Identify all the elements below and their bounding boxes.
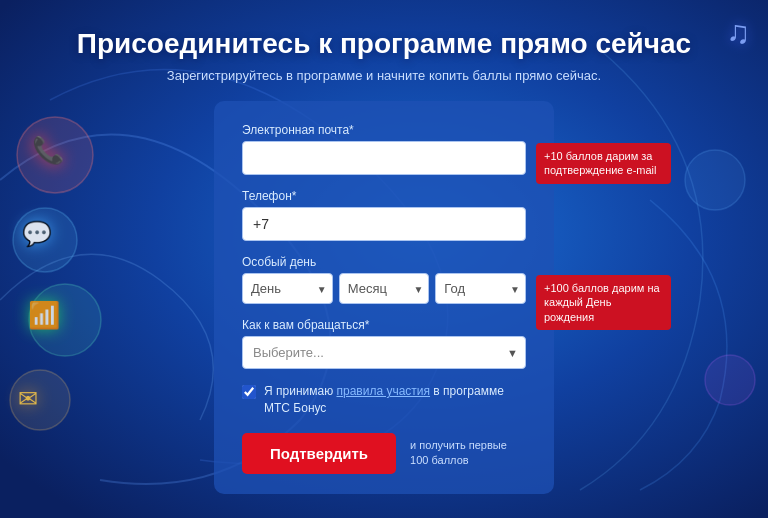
submit-row: Подтвердить и получить первые 100 баллов — [242, 433, 526, 474]
address-field-group: Как к вам обращаться* Выберите... ▼ — [242, 318, 526, 369]
submit-note: и получить первые 100 баллов — [410, 438, 526, 469]
month-select-wrap: Месяц ▼ — [339, 273, 430, 304]
phone-field-group: Телефон* — [242, 189, 526, 241]
special-day-row: День ▼ Месяц ▼ Год ▼ — [242, 273, 526, 304]
birthday-tooltip-badge: +100 баллов дарим на каждый День рождени… — [536, 275, 671, 330]
special-day-label: Особый день — [242, 255, 526, 269]
registration-form: Электронная почта* +10 баллов дарим за п… — [214, 101, 554, 494]
day-select[interactable]: День — [242, 273, 333, 304]
terms-link[interactable]: правила участия — [336, 384, 430, 398]
special-day-field-group: Особый день День ▼ Месяц ▼ Год — [242, 255, 526, 304]
address-label: Как к вам обращаться* — [242, 318, 526, 332]
terms-checkbox-row: Я принимаю правила участия в программе М… — [242, 383, 526, 417]
terms-checkbox[interactable] — [242, 385, 256, 399]
year-select[interactable]: Год — [435, 273, 526, 304]
email-field-group: Электронная почта* +10 баллов дарим за п… — [242, 123, 526, 175]
submit-button[interactable]: Подтвердить — [242, 433, 396, 474]
email-tooltip-badge: +10 баллов дарим за подтверждение e-mail — [536, 143, 671, 184]
email-label: Электронная почта* — [242, 123, 526, 137]
address-select-wrap: Выберите... ▼ — [242, 336, 526, 369]
email-input[interactable] — [242, 141, 526, 175]
phone-input[interactable] — [242, 207, 526, 241]
address-select[interactable]: Выберите... — [242, 336, 526, 369]
page-subtitle: Зарегистрируйтесь в программе и начните … — [167, 68, 601, 83]
month-select[interactable]: Месяц — [339, 273, 430, 304]
year-select-wrap: Год ▼ — [435, 273, 526, 304]
page-title: Присоединитесь к программе прямо сейчас — [77, 28, 691, 60]
terms-text: Я принимаю правила участия в программе М… — [264, 383, 526, 417]
day-select-wrap: День ▼ — [242, 273, 333, 304]
phone-label: Телефон* — [242, 189, 526, 203]
